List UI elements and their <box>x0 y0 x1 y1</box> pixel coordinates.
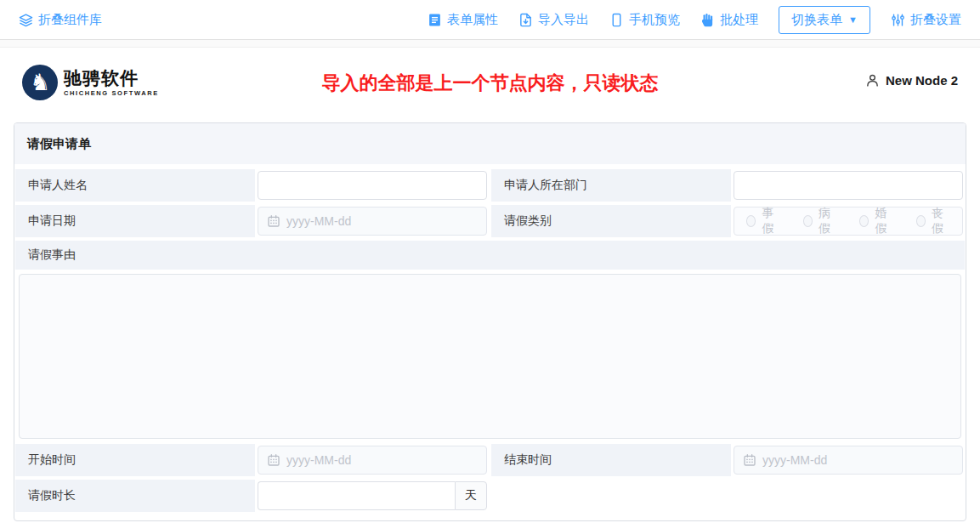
switch-form-button[interactable]: 切换表单 ▼ <box>779 6 870 34</box>
user-icon <box>865 73 880 88</box>
node-name: New Node 2 <box>886 73 958 88</box>
import-export-button[interactable]: 导入导出 <box>518 12 589 28</box>
start-time-label: 开始时间 <box>15 444 255 476</box>
mobile-preview-icon <box>609 13 624 27</box>
toolbar-gap <box>0 40 980 48</box>
form-header: ♞ 驰骋软件 CHICHENG SOFTWARE 导入的全部是上一个节点内容，只… <box>0 48 980 122</box>
radio-circle-icon <box>746 215 756 227</box>
radio-personal-leave: 事假 <box>746 206 781 236</box>
department-input[interactable] <box>734 171 963 200</box>
calendar-icon <box>267 453 280 467</box>
empty-cell <box>491 480 965 512</box>
leave-application-form: 请假申请单 申请人姓名 申请人所在部门 申请日期 yyyy-MM- <box>14 122 966 521</box>
leave-reason-textarea[interactable] <box>19 274 961 439</box>
form-row-5: 请假时长 天 <box>15 480 965 512</box>
chevron-down-icon: ▼ <box>848 15 858 25</box>
leave-type-radio-group: 事假 病假 婚假 丧假 <box>734 207 963 236</box>
collapse-component-library-button[interactable]: 折叠组件库 <box>19 12 102 28</box>
calendar-icon <box>743 453 756 467</box>
form-row-1: 申请人姓名 申请人所在部门 <box>15 169 965 202</box>
current-node: New Node 2 <box>865 73 958 88</box>
duration-unit: 天 <box>455 481 487 510</box>
form-row-4: 开始时间 yyyy-MM-dd 结束时间 yyyy-MM-dd <box>15 444 965 476</box>
calendar-icon <box>267 214 280 228</box>
leave-reason-label: 请假事由 <box>15 241 965 270</box>
applicant-name-label: 申请人姓名 <box>15 169 255 202</box>
collapse-component-library-label: 折叠组件库 <box>38 12 102 28</box>
mobile-preview-label: 手机预览 <box>629 12 680 28</box>
batch-process-button[interactable]: 批处理 <box>700 12 758 28</box>
applicant-name-input[interactable] <box>258 171 487 200</box>
start-time-placeholder: yyyy-MM-dd <box>286 453 351 467</box>
apply-date-label: 申请日期 <box>15 205 255 237</box>
start-time-input[interactable]: yyyy-MM-dd <box>258 446 487 475</box>
horse-logo-icon: ♞ <box>22 65 58 100</box>
form-title: 请假申请单 <box>14 123 966 164</box>
radio-marriage-leave: 婚假 <box>859 206 894 236</box>
form-row-2: 申请日期 yyyy-MM-dd 请假类别 事假 病假 婚假 丧假 <box>15 205 965 237</box>
sliders-icon <box>891 13 905 27</box>
top-toolbar: 折叠组件库 表单属性 导入导出 手机预览 批处理 切 <box>0 0 980 40</box>
leave-type-label: 请假类别 <box>491 205 731 237</box>
end-time-placeholder: yyyy-MM-dd <box>762 453 827 467</box>
company-logo: ♞ 驰骋软件 CHICHENG SOFTWARE <box>22 65 159 100</box>
end-time-input[interactable]: yyyy-MM-dd <box>734 446 963 475</box>
import-export-label: 导入导出 <box>538 12 589 28</box>
radio-sick-leave: 病假 <box>803 206 838 236</box>
duration-input[interactable] <box>258 481 455 510</box>
batch-process-label: 批处理 <box>720 12 758 28</box>
switch-form-label: 切换表单 <box>791 12 842 28</box>
toolbar-right-group: 表单属性 导入导出 手机预览 批处理 切换表单 ▼ <box>428 6 961 34</box>
duration-label: 请假时长 <box>15 480 255 512</box>
form-properties-icon <box>428 13 442 27</box>
logo-subtitle: CHICHENG SOFTWARE <box>64 90 159 97</box>
hand-icon <box>700 13 715 27</box>
logo-title: 驰骋软件 <box>64 69 159 88</box>
import-export-icon <box>518 13 533 27</box>
radio-circle-icon <box>916 215 926 227</box>
collapse-settings-label: 折叠设置 <box>910 12 961 28</box>
apply-date-placeholder: yyyy-MM-dd <box>286 214 351 228</box>
form-properties-button[interactable]: 表单属性 <box>428 12 498 28</box>
end-time-label: 结束时间 <box>491 444 731 476</box>
radio-bereavement-leave: 丧假 <box>916 206 951 236</box>
department-label: 申请人所在部门 <box>491 169 731 202</box>
collapse-settings-button[interactable]: 折叠设置 <box>891 12 961 28</box>
readonly-notice: 导入的全部是上一个节点内容，只读状态 <box>322 71 659 96</box>
layers-icon <box>19 13 33 27</box>
mobile-preview-button[interactable]: 手机预览 <box>609 12 680 28</box>
radio-circle-icon <box>803 215 813 227</box>
radio-circle-icon <box>859 215 869 227</box>
form-properties-label: 表单属性 <box>447 12 498 28</box>
apply-date-input[interactable]: yyyy-MM-dd <box>258 207 487 236</box>
